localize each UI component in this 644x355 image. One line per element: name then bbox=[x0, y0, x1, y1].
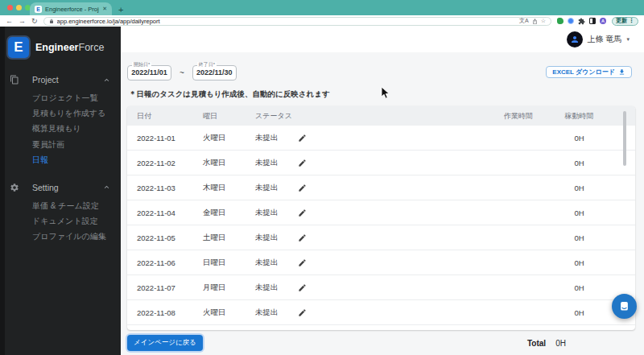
brand-name: EngineerForce bbox=[35, 42, 104, 53]
window-close-button[interactable] bbox=[7, 5, 13, 10]
section-label-project: Project bbox=[32, 75, 102, 85]
app-header: 上條 竜馬 ▾ bbox=[121, 27, 644, 52]
cell-weekday: 金曜日 bbox=[203, 208, 255, 218]
end-date-field[interactable]: 終了日* 2022/11/30 bbox=[192, 65, 237, 80]
edit-pencil-icon[interactable] bbox=[298, 134, 307, 142]
cell-uptime: 0H bbox=[533, 208, 625, 217]
sidebar-item-rough-estimate[interactable]: 概算見積もり bbox=[0, 122, 121, 137]
update-label: 更新 bbox=[616, 17, 627, 25]
chrome-update-button[interactable]: 更新 ⋮ bbox=[612, 17, 638, 26]
footer-row: メインページに戻る Total 0H bbox=[127, 335, 635, 351]
cell-weekday: 水曜日 bbox=[203, 158, 255, 168]
back-to-main-button[interactable]: メインページに戻る bbox=[127, 335, 203, 351]
back-icon[interactable]: ← bbox=[6, 18, 13, 25]
cell-weekday: 土曜日 bbox=[203, 233, 255, 243]
total-label: Total bbox=[527, 339, 546, 348]
download-icon bbox=[618, 68, 625, 76]
cell-date: 2022-11-02 bbox=[137, 159, 203, 167]
chevron-up-icon[interactable] bbox=[102, 76, 111, 85]
column-header-work-hours: 作業時間 bbox=[444, 111, 533, 122]
cell-weekday: 火曜日 bbox=[203, 308, 255, 318]
edit-pencil-icon[interactable] bbox=[298, 208, 307, 217]
cell-date: 2022-11-07 bbox=[137, 283, 203, 292]
start-date-field[interactable]: 開始日* 2022/11/01 bbox=[127, 65, 171, 80]
chat-launcher-button[interactable] bbox=[612, 294, 637, 319]
edit-pencil-icon[interactable] bbox=[298, 258, 307, 267]
extension-icon-blue[interactable] bbox=[568, 18, 574, 24]
gear-icon bbox=[10, 183, 19, 192]
cell-date: 2022-11-06 bbox=[137, 258, 203, 267]
brand[interactable]: E EngineerForce bbox=[0, 31, 121, 69]
translate-icon[interactable]: 文A bbox=[519, 17, 529, 25]
cell-date: 2022-11-04 bbox=[137, 208, 203, 217]
edit-pencil-icon[interactable] bbox=[298, 283, 307, 292]
cell-uptime: 0H bbox=[533, 184, 625, 192]
cell-date: 2022-11-05 bbox=[137, 233, 203, 242]
extension-icon-a[interactable]: A bbox=[600, 18, 606, 24]
chevron-down-icon[interactable]: ▾ bbox=[626, 36, 630, 43]
avatar[interactable] bbox=[567, 31, 583, 47]
extension-icon-green[interactable] bbox=[557, 18, 564, 24]
daily-report-table: 日付 曜日 ステータス 作業時間 稼動時間 2022-11-01 火曜日 未提出… bbox=[127, 106, 635, 330]
cell-uptime: 0H bbox=[533, 258, 625, 267]
sidebar-item-staffing-plan[interactable]: 要員計画 bbox=[0, 137, 121, 152]
column-header-weekday: 曜日 bbox=[203, 111, 255, 122]
chevron-up-icon[interactable] bbox=[102, 183, 111, 192]
menu-kebab-icon[interactable]: ⋮ bbox=[629, 18, 634, 24]
brand-name-light: Force bbox=[79, 42, 105, 53]
brand-name-bold: Engineer bbox=[35, 42, 79, 53]
tab-title: Engineerforce - Projects bbox=[45, 6, 99, 13]
app-root: E EngineerForce Project プロジェクト一覧 見積もりを作成… bbox=[0, 27, 644, 355]
cell-status: 未提出 bbox=[255, 133, 279, 143]
edit-pencil-icon[interactable] bbox=[298, 308, 307, 317]
window-minimize-button[interactable] bbox=[16, 5, 22, 10]
cell-status: 未提出 bbox=[255, 208, 279, 218]
sidebar-item-project-list[interactable]: プロジェクト一覧 bbox=[0, 90, 121, 105]
excel-download-button[interactable]: EXCEL ダウンロード bbox=[546, 66, 632, 78]
cell-weekday: 木曜日 bbox=[203, 183, 255, 193]
sidebar-item-daily-report[interactable]: 日報 bbox=[0, 153, 121, 168]
tab-close-icon[interactable]: ✕ bbox=[102, 6, 107, 12]
sidebar-section-project[interactable]: Project bbox=[0, 69, 121, 90]
browser-tab-bar: E Engineerforce - Projects ✕ + bbox=[0, 0, 644, 15]
table-row: 2022-11-07 月曜日 未提出 0H bbox=[127, 275, 635, 300]
extension-puzzle-icon[interactable] bbox=[578, 18, 585, 25]
start-date-value: 2022/11/01 bbox=[131, 68, 167, 76]
edit-pencil-icon[interactable] bbox=[298, 159, 307, 167]
range-separator: ~ bbox=[180, 68, 184, 77]
reload-icon[interactable]: ↻ bbox=[31, 18, 38, 25]
edit-pencil-icon[interactable] bbox=[298, 184, 307, 192]
cell-date: 2022-11-03 bbox=[137, 184, 203, 192]
table-row: 2022-11-01 火曜日 未提出 0H bbox=[127, 126, 635, 151]
new-tab-button[interactable]: + bbox=[118, 5, 123, 14]
table-row: 2022-11-06 日曜日 未提出 0H bbox=[127, 250, 635, 275]
sidebar-item-price-team-settings[interactable]: 単価 & チーム設定 bbox=[0, 198, 121, 213]
table-row: 2022-11-05 土曜日 未提出 0H bbox=[127, 225, 635, 250]
forward-icon[interactable]: → bbox=[19, 18, 26, 25]
sidebar-section-setting[interactable]: Setting bbox=[0, 177, 121, 198]
share-icon[interactable] bbox=[532, 19, 538, 24]
favicon-engineerforce: E bbox=[35, 6, 42, 13]
extension-icon-split-square[interactable] bbox=[589, 18, 596, 24]
sidebar-item-profile-edit[interactable]: プロファイルの編集 bbox=[0, 229, 121, 245]
cell-status: 未提出 bbox=[255, 258, 279, 268]
table-scrollbar[interactable] bbox=[623, 111, 626, 166]
sidebar-item-document-settings[interactable]: ドキュメント設定 bbox=[0, 213, 121, 229]
column-header-status: ステータス bbox=[255, 111, 444, 122]
bookmark-star-icon[interactable]: ☆ bbox=[541, 18, 546, 24]
sidebar: E EngineerForce Project プロジェクト一覧 見積もりを作成… bbox=[0, 27, 121, 355]
user-name[interactable]: 上條 竜馬 bbox=[588, 34, 622, 45]
cell-status: 未提出 bbox=[255, 158, 279, 168]
end-date-value: 2022/11/30 bbox=[196, 68, 233, 76]
browser-tab[interactable]: E Engineerforce - Projects ✕ bbox=[30, 2, 112, 15]
sidebar-item-create-estimate[interactable]: 見積もりを作成する bbox=[0, 105, 121, 121]
edit-pencil-icon[interactable] bbox=[298, 233, 307, 242]
column-header-date: 日付 bbox=[137, 111, 203, 122]
table-header-row: 日付 曜日 ステータス 作業時間 稼動時間 bbox=[127, 106, 635, 126]
address-bar[interactable]: app.engineerforce.io/ja/app/dailyreport … bbox=[43, 17, 551, 26]
cell-uptime: 0H bbox=[533, 283, 625, 292]
total-summary: Total 0H bbox=[527, 339, 566, 348]
table-row: 2022-11-03 木曜日 未提出 0H bbox=[127, 175, 635, 200]
cell-weekday: 火曜日 bbox=[203, 133, 255, 143]
browser-window: E Engineerforce - Projects ✕ + ← → ↻ app… bbox=[0, 0, 644, 355]
